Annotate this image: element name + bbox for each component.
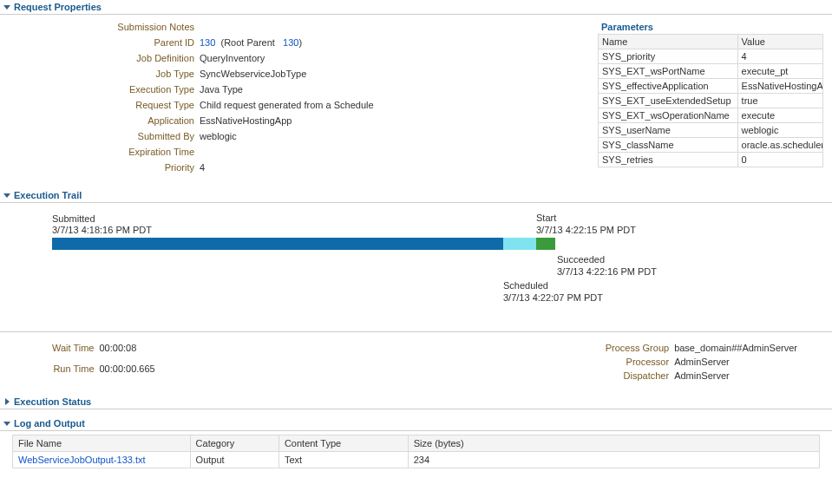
label-job-definition: Job Definition: [61, 51, 200, 65]
label-wait-time: Wait Time: [52, 341, 100, 362]
chevron-down-icon: [3, 3, 11, 11]
properties-list: Submission Notes Parent ID 130 (Root Par…: [9, 20, 374, 176]
log-content-type: Text: [278, 452, 408, 468]
label-root-parent: Root Parent: [224, 37, 275, 48]
label-submission-notes: Submission Notes: [61, 20, 200, 34]
label-process-group: Process Group: [606, 341, 674, 355]
root-parent-suffix: ): [298, 37, 302, 48]
col-size: Size (bytes): [408, 435, 819, 452]
value-request-type: Child request generated from a Schedule: [200, 98, 374, 112]
log-output-body: File Name Category Content Type Size (by…: [0, 431, 832, 477]
label-parent-id: Parent ID: [61, 36, 200, 49]
table-row: SYS_retries0: [599, 153, 823, 167]
start-label: Start: [536, 212, 556, 224]
table-row: SYS_classNameoracle.as.scheduler.j: [599, 138, 823, 153]
value-application: EssNativeHostingApp: [200, 114, 292, 128]
value-job-definition: QueryInventory: [200, 51, 265, 65]
table-row: WebServiceJobOutput-133.txt Output Text …: [13, 452, 820, 468]
log-size: 234: [408, 452, 819, 468]
timeline-scheduled-segment: [503, 238, 536, 250]
parent-id-link[interactable]: 130: [200, 37, 215, 48]
log-file-link[interactable]: WebServiceJobOutput-133.txt: [18, 455, 146, 465]
parameters-title: Parameters: [598, 20, 823, 34]
label-priority: Priority: [61, 160, 200, 174]
metrics-left: Wait Time00:00:08 Run Time00:00:00.665: [52, 341, 155, 383]
section-header-execution-status[interactable]: Execution Status: [0, 395, 832, 409]
table-row: SYS_EXT_useExtendedSetuptrue: [599, 94, 823, 108]
section-header-log-output[interactable]: Log and Output: [0, 416, 832, 431]
table-row: SYS_EXT_wsOperationNameexecute: [599, 108, 823, 123]
chevron-right-icon: [3, 398, 11, 406]
col-file-name: File Name: [13, 435, 191, 452]
table-row: SYS_userNameweblogic: [599, 123, 823, 138]
submitted-timestamp: 3/7/13 4:18:16 PM PDT: [52, 225, 772, 235]
start-timestamp: 3/7/13 4:22:15 PM PDT: [536, 224, 636, 236]
label-dispatcher: Dispatcher: [606, 369, 674, 383]
timeline-bar: Start 3/7/13 4:22:15 PM PDT Succeeded 3/…: [52, 238, 772, 250]
scheduled-label: Scheduled: [503, 279, 548, 291]
section-title: Execution Status: [14, 396, 91, 407]
label-job-type: Job Type: [61, 67, 200, 81]
log-category: Output: [190, 452, 278, 468]
value-parent-id: 130 (Root Parent 130): [200, 36, 302, 49]
value-priority: 4: [200, 160, 205, 174]
timeline-run-segment: [536, 238, 555, 250]
execution-trail-body: Submitted 3/7/13 4:18:16 PM PDT Start 3/…: [0, 203, 832, 332]
value-processor: AdminServer: [674, 355, 797, 369]
section-title: Request Properties: [14, 2, 102, 12]
value-submitted-by: weblogic: [200, 129, 237, 143]
value-process-group: base_domain##AdminServer: [674, 341, 797, 355]
value-dispatcher: AdminServer: [674, 369, 797, 383]
succeeded-timestamp: 3/7/13 4:22:16 PM PDT: [557, 265, 657, 278]
table-row: SYS_EXT_wsPortNameexecute_pt: [599, 64, 823, 79]
label-expiration-time: Expiration Time: [61, 145, 200, 159]
col-category: Category: [190, 435, 278, 452]
chevron-down-icon: [3, 192, 11, 200]
parameters-table: Name Value SYS_priority4 SYS_EXT_wsPortN…: [598, 34, 823, 167]
col-name: Name: [599, 35, 738, 49]
root-parent-link[interactable]: 130: [283, 37, 298, 48]
parameters-panel: Parameters Name Value SYS_priority4 SYS_…: [598, 20, 823, 176]
section-header-request-properties[interactable]: Request Properties: [0, 0, 832, 15]
succeeded-label: Succeeded: [557, 253, 605, 265]
label-execution-type: Execution Type: [61, 82, 200, 96]
col-content-type: Content Type: [278, 435, 408, 452]
metrics-right: Process Groupbase_domain##AdminServer Pr…: [606, 341, 797, 383]
value-run-time: 00:00:00.665: [100, 362, 155, 383]
timeline-wait-segment: [52, 238, 503, 250]
label-run-time: Run Time: [52, 362, 100, 383]
scheduled-timestamp: 3/7/13 4:22:07 PM PDT: [503, 291, 603, 304]
submitted-label: Submitted: [52, 213, 772, 224]
section-title: Log and Output: [14, 418, 85, 429]
label-submitted-by: Submitted By: [61, 129, 200, 143]
table-row: SYS_priority4: [599, 49, 823, 64]
section-title: Execution Trail: [14, 190, 82, 200]
parameters-tbody: SYS_priority4 SYS_EXT_wsPortNameexecute_…: [599, 49, 823, 167]
metrics-row: Wait Time00:00:08 Run Time00:00:00.665 P…: [0, 332, 832, 395]
label-application: Application: [61, 114, 200, 128]
label-request-type: Request Type: [61, 98, 200, 112]
chevron-down-icon: [3, 420, 11, 428]
request-properties-body: Submission Notes Parent ID 130 (Root Par…: [0, 15, 832, 188]
value-execution-type: Java Type: [200, 82, 243, 96]
section-header-execution-trail[interactable]: Execution Trail: [0, 188, 832, 203]
value-wait-time: 00:00:08: [100, 341, 155, 362]
log-table: File Name Category Content Type Size (by…: [12, 435, 820, 468]
col-value: Value: [737, 35, 822, 49]
table-row: SYS_effectiveApplicationEssNativeHosting…: [599, 79, 823, 94]
label-processor: Processor: [606, 355, 674, 369]
value-job-type: SyncWebserviceJobType: [200, 67, 306, 81]
